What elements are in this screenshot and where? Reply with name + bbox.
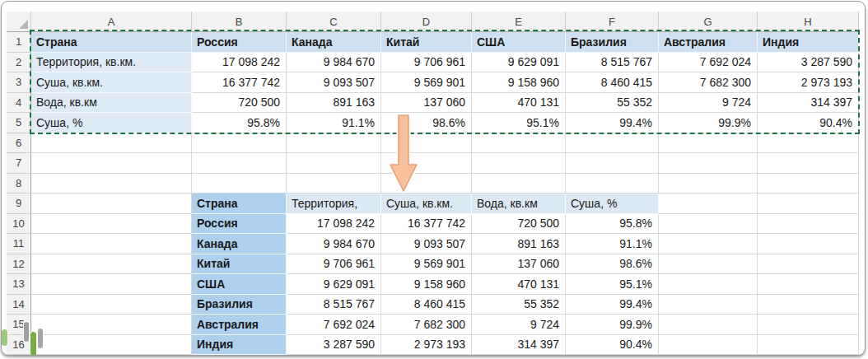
row-header[interactable]: 6 bbox=[7, 133, 31, 154]
cell[interactable]: 9 569 901 bbox=[381, 72, 472, 93]
cell[interactable] bbox=[31, 153, 192, 174]
cell[interactable]: США bbox=[192, 274, 287, 295]
cell[interactable]: 7 682 300 bbox=[381, 315, 472, 335]
column-header-g[interactable]: G bbox=[659, 12, 758, 32]
cell[interactable]: Россия bbox=[192, 214, 287, 235]
row-header[interactable]: 10 bbox=[7, 214, 31, 235]
cell[interactable] bbox=[659, 254, 758, 275]
cell[interactable] bbox=[659, 315, 758, 335]
row-header[interactable]: 8 bbox=[7, 174, 31, 194]
cell[interactable] bbox=[659, 133, 758, 154]
cell[interactable] bbox=[31, 133, 192, 154]
cell[interactable] bbox=[758, 335, 859, 356]
cell[interactable] bbox=[758, 274, 859, 295]
cell[interactable]: 8 460 415 bbox=[381, 295, 472, 315]
cell[interactable] bbox=[659, 214, 758, 235]
cell[interactable]: 137 060 bbox=[381, 93, 472, 114]
cell[interactable]: 55 352 bbox=[566, 93, 659, 114]
cell[interactable]: 891 163 bbox=[287, 93, 381, 114]
cell[interactable]: 16 377 742 bbox=[381, 214, 472, 235]
cell[interactable]: 91.1% bbox=[566, 234, 659, 254]
cell[interactable]: Территория, кв.км. bbox=[31, 53, 192, 73]
row-header[interactable]: 3 bbox=[7, 72, 31, 93]
cell[interactable]: Вода, кв.км bbox=[472, 193, 566, 214]
cell[interactable] bbox=[472, 153, 566, 174]
cell[interactable]: Бразилия bbox=[192, 295, 287, 315]
cell[interactable]: Суша, % bbox=[566, 193, 659, 214]
cell[interactable] bbox=[31, 295, 192, 315]
cell[interactable]: Вода, кв.км bbox=[31, 93, 192, 114]
cell[interactable]: 91.1% bbox=[287, 113, 381, 133]
select-all-corner[interactable] bbox=[7, 12, 31, 32]
cell[interactable]: 7 682 300 bbox=[659, 72, 758, 93]
cell[interactable]: 720 500 bbox=[472, 214, 566, 235]
cell[interactable] bbox=[31, 174, 192, 194]
cell[interactable] bbox=[659, 234, 758, 254]
cell[interactable] bbox=[758, 234, 859, 254]
cell[interactable] bbox=[31, 214, 192, 235]
cell[interactable]: 7 692 024 bbox=[287, 315, 381, 335]
cell[interactable]: Россия bbox=[192, 32, 287, 53]
cell[interactable]: 9 706 961 bbox=[381, 53, 472, 73]
cell[interactable] bbox=[287, 174, 381, 194]
cell[interactable] bbox=[31, 274, 192, 295]
cell[interactable] bbox=[758, 254, 859, 275]
cell[interactable] bbox=[758, 295, 859, 315]
column-header-c[interactable]: C bbox=[287, 12, 381, 32]
cell[interactable]: 2 973 193 bbox=[381, 335, 472, 356]
row-header[interactable]: 14 bbox=[7, 295, 31, 315]
cell[interactable]: 95.1% bbox=[566, 274, 659, 295]
cell[interactable]: 99.4% bbox=[566, 113, 659, 133]
cell[interactable]: Территория, bbox=[287, 193, 381, 214]
cell[interactable]: 9 093 507 bbox=[287, 72, 381, 93]
cell[interactable] bbox=[31, 335, 192, 356]
cell[interactable]: 17 098 242 bbox=[192, 53, 287, 73]
cell[interactable]: Суша, кв.км. bbox=[381, 193, 472, 214]
cell[interactable]: 99.9% bbox=[566, 315, 659, 335]
cell[interactable] bbox=[659, 174, 758, 194]
cell[interactable] bbox=[659, 153, 758, 174]
column-header-a[interactable]: A bbox=[31, 12, 192, 32]
cell[interactable]: 9 706 961 bbox=[287, 254, 381, 275]
cell[interactable]: 8 515 767 bbox=[566, 53, 659, 73]
cell[interactable] bbox=[472, 133, 566, 154]
cell[interactable]: 8 460 415 bbox=[566, 72, 659, 93]
cell[interactable]: 9 984 670 bbox=[287, 53, 381, 73]
cell[interactable] bbox=[31, 315, 192, 335]
column-header-e[interactable]: E bbox=[472, 12, 566, 32]
cell[interactable]: 9 158 960 bbox=[381, 274, 472, 295]
cell[interactable]: 8 515 767 bbox=[287, 295, 381, 315]
cell[interactable]: Китай bbox=[381, 32, 472, 53]
cell[interactable]: 55 352 bbox=[472, 295, 566, 315]
column-header-f[interactable]: F bbox=[566, 12, 659, 32]
row-header[interactable]: 2 bbox=[7, 53, 31, 73]
cell[interactable]: 3 287 590 bbox=[758, 53, 859, 73]
cell[interactable]: 137 060 bbox=[472, 254, 566, 275]
column-header-h[interactable]: H bbox=[758, 12, 859, 32]
cell[interactable] bbox=[192, 133, 287, 154]
cell[interactable]: Страна bbox=[31, 32, 192, 53]
cell[interactable]: 2 973 193 bbox=[758, 72, 859, 93]
row-header[interactable]: 12 bbox=[7, 254, 31, 275]
cell[interactable]: 9 093 507 bbox=[381, 234, 472, 254]
cell[interactable] bbox=[758, 214, 859, 235]
cell[interactable]: 9 724 bbox=[472, 315, 566, 335]
cell[interactable] bbox=[31, 234, 192, 254]
cell[interactable] bbox=[758, 153, 859, 174]
cell[interactable] bbox=[758, 193, 859, 214]
cell[interactable] bbox=[192, 174, 287, 194]
column-header-b[interactable]: B bbox=[192, 12, 287, 32]
row-header[interactable]: 9 bbox=[7, 193, 31, 214]
cell[interactable] bbox=[758, 174, 859, 194]
cell[interactable]: Австралия bbox=[192, 315, 287, 335]
cell[interactable]: 470 131 bbox=[472, 274, 566, 295]
row-header[interactable]: 13 bbox=[7, 274, 31, 295]
cell[interactable]: 9 569 901 bbox=[381, 254, 472, 275]
cell[interactable] bbox=[472, 174, 566, 194]
cell[interactable]: 16 377 742 bbox=[192, 72, 287, 93]
cell[interactable] bbox=[566, 133, 659, 154]
cell[interactable]: 9 629 091 bbox=[472, 53, 566, 73]
cell[interactable]: 90.4% bbox=[566, 335, 659, 356]
cell[interactable]: 99.9% bbox=[659, 113, 758, 133]
cell[interactable]: 90.4% bbox=[758, 113, 859, 133]
